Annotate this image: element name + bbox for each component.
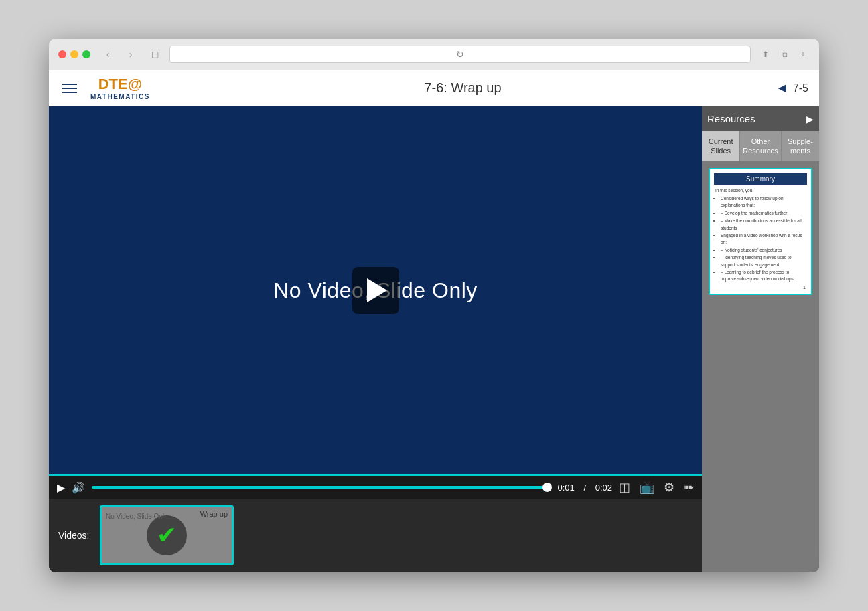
page-title: 7-6: Wrap up	[150, 80, 776, 96]
logo-sub: MATHEMATICS	[90, 93, 150, 100]
slide-bullet: Considered ways to follow up on explanat…	[721, 195, 806, 209]
slide-bullet: Engaged in a video workshop with a focus…	[721, 232, 806, 246]
main-content: No Video, Slide Only ▶ 🔊 0:01 / 0:02 ◫ 📺	[49, 106, 819, 572]
fullscreen-icon[interactable]: ◫	[619, 480, 630, 495]
slide-number: 1	[714, 285, 807, 290]
add-tab-button[interactable]: +	[796, 49, 810, 60]
resource-tabs: CurrentSlides OtherResources Supple-ment…	[702, 131, 819, 161]
video-controls: ▶ 🔊 0:01 / 0:02 ◫ 📺 ⚙ ➠	[49, 474, 702, 499]
slide-bullet: – Noticing students' conjectures	[721, 247, 806, 254]
browser-right-controls: ⬆ ⧉ +	[759, 49, 810, 60]
thumbnail-item[interactable]: No Video, Slide Onl... Wrap up ✔	[100, 505, 234, 565]
navigation-controls: ◄ 7-5	[776, 80, 808, 96]
hamburger-line	[62, 88, 77, 89]
refresh-button[interactable]: ↻	[453, 49, 467, 60]
tab-current-slides[interactable]: CurrentSlides	[702, 131, 740, 161]
progress-thumb[interactable]	[542, 483, 552, 492]
resources-arrow[interactable]: ▶	[806, 114, 814, 124]
logo: DTE@ MATHEMATICS	[90, 76, 150, 100]
logo-dte: DTE@	[98, 76, 142, 93]
browser-titlebar: ‹ › ◫ ↻ ⬆ ⧉ +	[49, 39, 819, 70]
app-header: DTE@ MATHEMATICS 7-6: Wrap up ◄ 7-5	[49, 70, 819, 106]
close-button[interactable]	[58, 50, 66, 58]
tab-other-resources[interactable]: OtherResources	[740, 131, 782, 161]
window-control-button[interactable]: ◫	[148, 49, 161, 60]
menu-button[interactable]	[60, 81, 80, 96]
more-icon[interactable]: ➠	[684, 480, 694, 495]
minimize-button[interactable]	[70, 50, 78, 58]
time-current: 0:01	[558, 483, 575, 493]
nav-label: 7-5	[793, 82, 808, 94]
prev-nav-arrow[interactable]: ◄	[776, 80, 789, 96]
slide-thumbnail[interactable]: Summary In this session, you: Considered…	[709, 168, 812, 295]
maximize-button[interactable]	[82, 50, 90, 58]
slide-intro: In this session, you:	[715, 187, 806, 194]
cast-icon[interactable]: 📺	[640, 480, 654, 495]
forward-button[interactable]: ›	[121, 48, 140, 61]
time-total: 0:02	[595, 483, 612, 493]
logo-text: DTE@ MATHEMATICS	[90, 76, 150, 100]
thumbnails-bar: Videos: No Video, Slide Onl... Wrap up ✔	[49, 499, 702, 572]
checkmark-icon: ✔	[157, 521, 177, 549]
slide-bullet: – Develop the mathematics further	[721, 210, 806, 217]
hamburger-line	[62, 92, 77, 93]
play-button[interactable]: ▶	[57, 481, 65, 494]
back-button[interactable]: ‹	[98, 48, 117, 61]
thumbnail-text: No Video, Slide Onl...	[106, 513, 169, 520]
slide-header: Summary	[714, 173, 807, 185]
slides-panel: Summary In this session, you: Considered…	[702, 161, 819, 572]
traffic-lights	[58, 50, 90, 58]
tab-supplements[interactable]: Supple-ments	[782, 131, 819, 161]
completion-checkmark: ✔	[147, 515, 187, 555]
share-button[interactable]: ⬆	[759, 49, 772, 60]
slide-bullet: – Make the contributions accessible for …	[721, 217, 806, 232]
address-bar[interactable]: ↻	[169, 46, 751, 63]
slide-bullet: – Identifying teaching moves used to sup…	[721, 254, 806, 268]
video-area: No Video, Slide Only ▶ 🔊 0:01 / 0:02 ◫ 📺	[49, 106, 702, 572]
play-triangle-icon	[367, 278, 387, 302]
slide-inner: Summary In this session, you: Considered…	[714, 173, 807, 290]
resources-title: Resources	[707, 113, 755, 124]
progress-bar[interactable]	[92, 486, 551, 489]
new-tab-button[interactable]: ⧉	[778, 49, 791, 60]
right-panel: Resources ▶ CurrentSlides OtherResources…	[702, 106, 819, 572]
browser-nav-buttons: ‹ ›	[98, 48, 140, 61]
slide-bullet: – Learning to debrief the process to imp…	[721, 269, 806, 283]
video-right-controls: ◫ 📺 ⚙ ➠	[619, 480, 694, 495]
resources-header: Resources ▶	[702, 106, 819, 131]
video-player[interactable]: No Video, Slide Only	[49, 106, 702, 474]
volume-button[interactable]: 🔊	[72, 481, 85, 494]
play-overlay-button[interactable]	[352, 267, 399, 314]
hamburger-line	[62, 84, 77, 85]
slide-content: In this session, you: Considered ways to…	[714, 187, 807, 283]
time-separator: /	[581, 483, 589, 493]
settings-icon[interactable]: ⚙	[664, 480, 674, 495]
thumbnail-title: Wrap up	[200, 510, 228, 518]
browser-window: ‹ › ◫ ↻ ⬆ ⧉ + DTE@ MATHEMATICS 7-6:	[49, 39, 819, 572]
videos-label: Videos:	[58, 530, 92, 541]
